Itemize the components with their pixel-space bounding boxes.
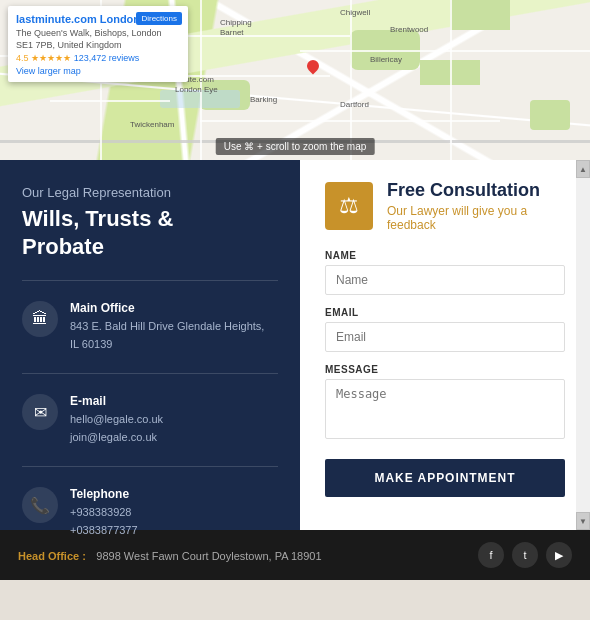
contact-main-office: 🏛 Main Office 843 E. Bald Hill Drive Gle… bbox=[22, 291, 278, 363]
view-larger-map-link[interactable]: View larger map bbox=[16, 66, 163, 76]
phone-value: +938383928+0383877377 bbox=[70, 504, 278, 539]
email-value: hello@legale.co.ukjoin@legale.co.uk bbox=[70, 411, 278, 446]
legal-subtitle: Our Legal Representation bbox=[22, 185, 278, 200]
phone-label: Telephone bbox=[70, 487, 278, 501]
email-icon: ✉ bbox=[22, 394, 58, 430]
main-content: Our Legal Representation Wills, Trusts &… bbox=[0, 160, 590, 530]
footer-address-text: 9898 West Fawn Court Doylestown, PA 1890… bbox=[96, 550, 321, 562]
name-input[interactable] bbox=[325, 265, 565, 295]
email-field-group: EMAIL bbox=[325, 307, 565, 352]
directions-button[interactable]: Directions bbox=[136, 12, 182, 25]
consultation-text: Free Consultation Our Lawyer will give y… bbox=[387, 180, 565, 232]
map-info-rating: 4.5 ★★★★★ 123,472 reviews bbox=[16, 52, 163, 63]
footer-address-label: Head Office : bbox=[18, 550, 86, 562]
consultation-subtitle: Our Lawyer will give you a feedback bbox=[387, 204, 565, 232]
scroll-up-button[interactable]: ▲ bbox=[576, 160, 590, 178]
message-label: MESSAGE bbox=[325, 364, 565, 375]
map-section: Chipping Barnet Chigwell Brentwood Bille… bbox=[0, 0, 590, 160]
twitter-button[interactable]: t bbox=[512, 542, 538, 568]
contact-email: ✉ E-mail hello@legale.co.ukjoin@legale.c… bbox=[22, 384, 278, 456]
facebook-button[interactable]: f bbox=[478, 542, 504, 568]
message-field-group: MESSAGE bbox=[325, 364, 565, 443]
map-canvas[interactable]: Chipping Barnet Chigwell Brentwood Bille… bbox=[0, 0, 590, 160]
right-panel: ⚖ Free Consultation Our Lawyer will give… bbox=[300, 160, 590, 530]
phone-details: Telephone +938383928+0383877377 bbox=[70, 487, 278, 539]
legal-title: Wills, Trusts &Probate bbox=[22, 205, 278, 260]
divider-1 bbox=[22, 280, 278, 281]
consultation-title: Free Consultation bbox=[387, 180, 565, 202]
email-label: EMAIL bbox=[325, 307, 565, 318]
scroll-down-button[interactable]: ▼ bbox=[576, 512, 590, 530]
map-info-address: The Queen's Walk, Bishops, LondonSE1 7PB… bbox=[16, 28, 163, 51]
map-info-box: lastminute.com London Eye The Queen's Wa… bbox=[8, 6, 188, 82]
email-details: E-mail hello@legale.co.ukjoin@legale.co.… bbox=[70, 394, 278, 446]
name-field-group: NAME bbox=[325, 250, 565, 295]
divider-3 bbox=[22, 466, 278, 467]
office-details: Main Office 843 E. Bald Hill Drive Glend… bbox=[70, 301, 278, 353]
map-zoom-hint: Use ⌘ + scroll to zoom the map bbox=[216, 138, 375, 155]
email-label: E-mail bbox=[70, 394, 278, 408]
message-input[interactable] bbox=[325, 379, 565, 439]
contact-telephone: 📞 Telephone +938383928+0383877377 bbox=[22, 477, 278, 549]
divider-2 bbox=[22, 373, 278, 374]
office-label: Main Office bbox=[70, 301, 278, 315]
phone-icon: 📞 bbox=[22, 487, 58, 523]
footer-address: Head Office : 9898 West Fawn Court Doyle… bbox=[18, 546, 322, 564]
consultation-header: ⚖ Free Consultation Our Lawyer will give… bbox=[325, 180, 565, 232]
youtube-button[interactable]: ▶ bbox=[546, 542, 572, 568]
scrollbar: ▲ ▼ bbox=[576, 160, 590, 530]
email-input[interactable] bbox=[325, 322, 565, 352]
office-value: 843 E. Bald Hill Drive Glendale Heights,… bbox=[70, 318, 278, 353]
map-pin bbox=[307, 60, 319, 76]
name-label: NAME bbox=[325, 250, 565, 261]
consultation-icon: ⚖ bbox=[325, 182, 373, 230]
left-panel: Our Legal Representation Wills, Trusts &… bbox=[0, 160, 300, 530]
footer-social: f t ▶ bbox=[478, 542, 572, 568]
make-appointment-button[interactable]: MAKE APPOINTMENT bbox=[325, 459, 565, 497]
office-icon: 🏛 bbox=[22, 301, 58, 337]
